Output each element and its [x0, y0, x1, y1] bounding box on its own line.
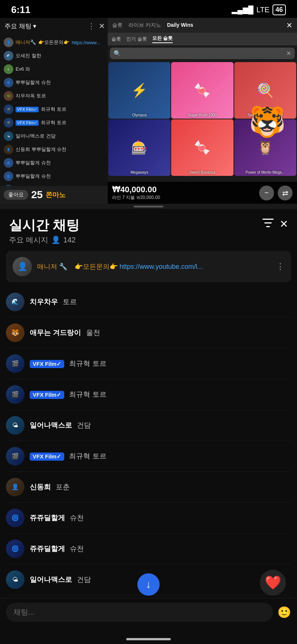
- win-banner: ₩40,000.00 라인 7 지불 ₩20,000.00 − ⇄: [108, 182, 297, 204]
- table-row: 🌀 쥬쥬딜할게 슈천: [6, 534, 291, 564]
- avatar: 🌿: [4, 91, 13, 101]
- casino-close-button[interactable]: ✕: [286, 21, 293, 30]
- game-card-megaways[interactable]: 🎰 Megaways: [108, 119, 170, 176]
- chat-content: 애무는 겨드랑이 울천: [30, 328, 291, 338]
- chat-username: 신동희: [30, 483, 51, 491]
- chat-content: VFX Film✓ 최규혁 토르: [30, 451, 291, 461]
- emoji-icon: 🙂: [277, 606, 291, 618]
- panel-header: 주요 채팅 ▾ ⋮ ✕: [0, 18, 110, 34]
- nav-item-slots[interactable]: 슬롯: [111, 36, 121, 42]
- chat-username: 치우차우: [30, 298, 58, 306]
- chat-input-bar: 🙂: [0, 598, 297, 626]
- pinned-avatar: 👤: [13, 257, 32, 276]
- home-indicator: [126, 638, 171, 640]
- chat-message: 최규혁 토르: [69, 390, 106, 398]
- mini-chat-list: 👤 매니저🔧 👉모든문의👉 https://www... 🌊 오세진 철한 E …: [0, 34, 110, 198]
- list-item: 👤 신동희 뿌뿌딜할게 슈천: [0, 143, 110, 156]
- win-minus-button[interactable]: −: [259, 186, 274, 200]
- like-box[interactable]: 좋아요: [4, 190, 28, 200]
- game-card-sugar[interactable]: 🍬 Sugar Rush 1000: [171, 62, 233, 119]
- nav-item-popular[interactable]: 인기 슬롯: [126, 36, 147, 42]
- chat-content: 쥬쥬딜할게 슈천: [30, 544, 291, 554]
- game-card-sweetbonanza[interactable]: 🍬 Sweet Bonanza: [171, 119, 233, 176]
- avatar: 🎬: [4, 104, 13, 114]
- nav-item-all[interactable]: 모든 슬롯: [152, 35, 173, 43]
- close-chat-button[interactable]: ✕: [280, 218, 288, 230]
- casino-tab-slots[interactable]: 슬롯: [112, 22, 123, 29]
- chat-message: 토르: [63, 298, 77, 306]
- avatar: 🌤: [4, 131, 13, 141]
- svg-rect-1: [264, 222, 272, 223]
- member-count: 142: [63, 236, 76, 244]
- table-row: 🎬 VFX Film✓ 최규혁 토르: [6, 348, 291, 379]
- chat-message: 울천: [86, 329, 100, 337]
- like-count: 25: [31, 189, 43, 201]
- win-swap-button[interactable]: ⇄: [278, 186, 293, 200]
- status-icons: ▂▄▆█ LTE 46: [232, 4, 286, 15]
- member-icon: 👤: [51, 235, 61, 244]
- chat-content: 쥬쥬딜할게 슈천: [30, 513, 291, 523]
- scroll-down-button[interactable]: ↓: [137, 573, 160, 596]
- battery-indicator: 46: [272, 4, 286, 15]
- avatar: 🎬: [6, 385, 25, 404]
- chat-message: 건담: [77, 576, 91, 583]
- avatar: E: [4, 64, 13, 74]
- list-item: 🎬 VFX Film✓ 최규혁 토르: [0, 103, 110, 116]
- chat-title: 실시간 채팅: [9, 218, 79, 233]
- pinned-message: 👤 매니저 🔧 👉모든문의👉 https://www.youtube.com/l…: [6, 251, 291, 282]
- game-name: Sweet Bonanza: [189, 170, 215, 174]
- panel-title: 주요 채팅 ▾: [4, 22, 36, 30]
- status-time: 6:11: [11, 4, 30, 16]
- game-thumbnail: ⚡: [108, 62, 170, 119]
- network-label: LTE: [257, 6, 270, 14]
- tiger-mascot: 🐯: [238, 92, 297, 152]
- chat-title-area: 실시간 채팅 주요 메시지 👤 142: [9, 218, 79, 245]
- avatar: 👤: [6, 478, 25, 496]
- filter-button[interactable]: [262, 218, 274, 230]
- chat-username: 쥬쥬딜할게: [30, 514, 65, 522]
- chat-input[interactable]: [6, 603, 273, 622]
- avatar: 🐯: [6, 323, 25, 342]
- close-icon[interactable]: ✕: [99, 22, 105, 30]
- heart-button[interactable]: ❤️: [260, 570, 286, 596]
- spacer: [0, 626, 297, 644]
- list-item: E Ev6 와: [0, 62, 110, 76]
- casino-tab-daily-wins[interactable]: Daily Wins: [167, 22, 193, 29]
- more-options-icon[interactable]: ⋮: [276, 262, 284, 271]
- avatar: 🌊: [6, 293, 25, 311]
- chat-message: 최규혁 토르: [69, 360, 106, 367]
- chat-username: 쥬쥬딜할게: [30, 545, 65, 553]
- emoji-button[interactable]: 🙂: [277, 606, 291, 619]
- subtitle-text: 주요 메시지: [9, 235, 48, 245]
- pinned-user: 매니저 🔧: [37, 263, 73, 270]
- menu-icon[interactable]: ⋮: [88, 22, 95, 30]
- list-item: 🌀 뿌뿌딜할게 슈천: [0, 170, 110, 183]
- table-row: 🌊 치우차우 토르: [6, 287, 291, 318]
- pinned-icon: 👉모든문의👉: [75, 263, 118, 270]
- casino-tab-live[interactable]: 라이브 카지노: [128, 22, 161, 29]
- filter-icon: [262, 219, 274, 228]
- game-name: Megaways: [131, 170, 148, 174]
- signal-icon: ▂▄▆█: [232, 5, 253, 14]
- list-item: 🌿 지우자옥 토르: [0, 89, 110, 103]
- list-item: 🌊 오세진 철한: [0, 49, 110, 62]
- clear-search-icon[interactable]: ✕: [286, 50, 291, 57]
- game-name: Olympus: [132, 113, 147, 117]
- chat-content: VFX Film✓ 최규혁 토르: [30, 359, 291, 368]
- avatar: 🌀: [6, 509, 25, 527]
- win-info: ₩40,000.00 라인 7 지불 ₩20,000.00: [112, 185, 160, 201]
- vfx-badge: VFX Film✓: [30, 391, 64, 399]
- scroll-bar: [134, 206, 163, 207]
- status-bar: 6:11 ▂▄▆█ LTE 46: [0, 0, 297, 18]
- game-card-olympus[interactable]: ⚡ Olympus: [108, 62, 170, 119]
- pinned-link[interactable]: https://www.youtube.com/l...: [120, 263, 203, 270]
- avatar: 🌊: [4, 51, 13, 61]
- chat-preview-panel: 주요 채팅 ▾ ⋮ ✕ 👤 매니저🔧 👉모든문의👉 https://www...…: [0, 18, 110, 204]
- casino-top-bar: 슬롯 라이브 카지노 Daily Wins ✕: [108, 18, 297, 33]
- search-bar: 🔍 ✕: [110, 48, 295, 59]
- vfx-badge: VFX Film✓: [30, 453, 64, 461]
- search-input[interactable]: [124, 51, 286, 56]
- chat-message: 포춘: [56, 483, 70, 491]
- table-row: 🐯 애무는 겨드랑이 울천: [6, 318, 291, 348]
- win-amount: ₩40,000.00: [112, 185, 160, 194]
